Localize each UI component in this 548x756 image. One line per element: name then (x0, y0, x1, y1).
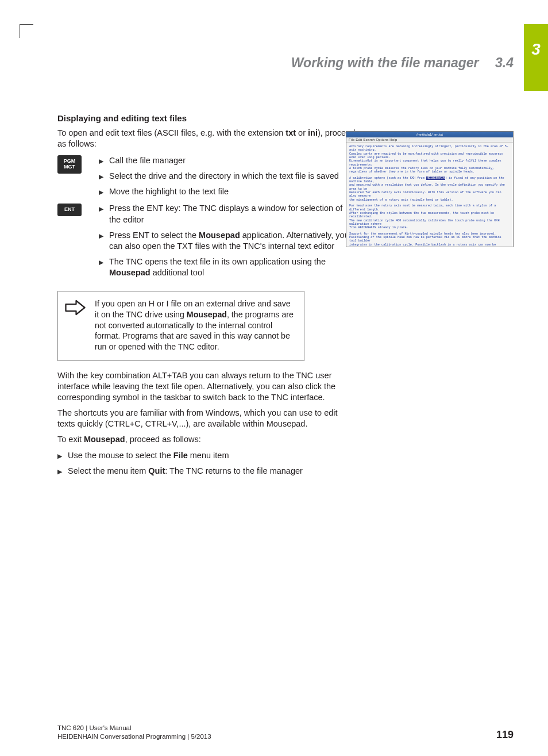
footer: TNC 620 | User's Manual HEIDENHAIN Conve… (57, 724, 514, 741)
triangle-icon: ▶ (99, 205, 109, 213)
step-item: ▶ Use the mouse to select the File menu … (57, 450, 356, 461)
chapter-number: 3 (531, 40, 541, 59)
window-titlebar: /mnt/sda1/_en.txt (346, 132, 513, 137)
arrow-right-icon (58, 291, 92, 360)
window-body: Accuracy requirements are becoming incre… (346, 143, 513, 247)
key-pgm-mgt: PGM MGT (57, 155, 82, 174)
chapter-tab: 3 (524, 24, 548, 91)
note-box: If you open an H or I file on an externa… (57, 291, 304, 361)
triangle-icon: ▶ (57, 452, 68, 460)
step-item: ▶ Press ENT to select the Mousepad appli… (99, 230, 356, 252)
window-menubar: File Edit Search Options Help (346, 137, 513, 143)
paragraph: With the key combination ALT+TAB you can… (57, 370, 356, 403)
header-title: Working with the file manager (291, 55, 479, 70)
footer-text: TNC 620 | User's Manual HEIDENHAIN Conve… (57, 724, 211, 741)
step-item: ▶Select the drive and the directory in w… (99, 171, 356, 182)
paragraph: The shortcuts you are familiar with from… (57, 408, 356, 429)
step-item: ▶Move the highlight to the text file (99, 186, 356, 197)
triangle-icon: ▶ (99, 188, 109, 197)
step-item: ▶ Select the menu item Quit: The TNC ret… (57, 466, 356, 477)
key-ent: ENT (57, 204, 82, 216)
intro-paragraph: To open and edit text files (ASCII files… (57, 128, 356, 149)
section-heading: Displaying and editing text files (57, 113, 356, 124)
triangle-icon: ▶ (99, 258, 109, 267)
screenshot-mousepad: /mnt/sda1/_en.txt File Edit Search Optio… (346, 131, 514, 247)
triangle-icon: ▶ (99, 232, 109, 240)
crop-mark (20, 24, 33, 38)
step-item: ▶ The TNC opens the text file in its own… (99, 256, 356, 278)
step-item: ▶Call the file manager (99, 155, 356, 166)
step-item: ▶Press the ENT key: The TNC displays a w… (99, 203, 356, 225)
page-number: 119 (496, 729, 514, 741)
running-header: Working with the file manager 3.4 (291, 55, 514, 71)
paragraph: To exit Mousepad, proceed as follows: (57, 434, 356, 445)
triangle-icon: ▶ (99, 157, 109, 166)
note-text: If you open an H or I file on an externa… (92, 291, 304, 360)
triangle-icon: ▶ (57, 467, 68, 476)
header-section: 3.4 (495, 55, 514, 70)
triangle-icon: ▶ (99, 172, 109, 181)
